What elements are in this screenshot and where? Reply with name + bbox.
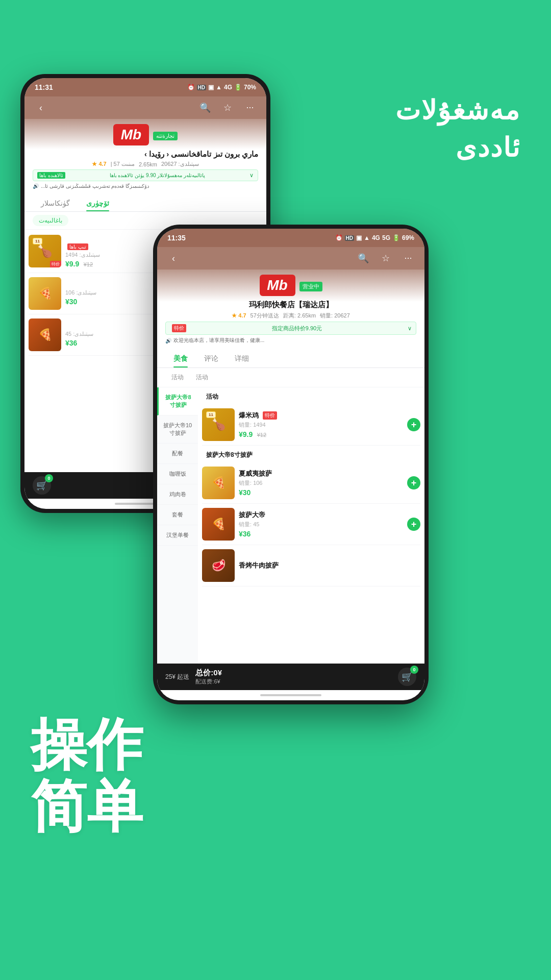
front-menu-sidebar: 披萨大帝8寸披萨 披萨大帝10寸披萨 配餐 咖喱饭 鸡肉卷 套餐 汉堡单餐 bbox=[157, 387, 198, 664]
front-5g-icon: 5G bbox=[382, 234, 390, 241]
front-sidebar-cat-3[interactable]: 配餐 bbox=[157, 444, 198, 464]
front-food-info-2: 夏威夷披萨 销量: 106 ¥30 bbox=[239, 469, 403, 497]
back-cart-badge: 0 bbox=[45, 474, 53, 482]
front-search-icon[interactable]: 🔍 bbox=[356, 253, 370, 264]
front-restaurant-meta: ★ 4.7 57分钟送达 距离: 2.65km 销量: 20627 bbox=[165, 312, 416, 320]
tagline-line1: مەشغۇلات bbox=[395, 92, 520, 129]
back-food-emoji-3: 🍕 bbox=[38, 328, 52, 341]
front-add-btn-2[interactable]: + bbox=[407, 476, 420, 489]
back-notice: 🔊 دۆكىنىمىزگا قەدەم تەشرىپ قىلشىڭىزنى قا… bbox=[33, 183, 258, 189]
network-icon: 4G bbox=[224, 84, 232, 91]
wifi-icon: ▲ bbox=[216, 84, 222, 91]
front-sidebar-cat-1[interactable]: 披萨大帝8寸披萨 bbox=[157, 387, 198, 415]
front-nav-right: 🔍 ☆ ··· bbox=[356, 253, 415, 264]
front-sub-tab-2[interactable]: 活动 bbox=[190, 371, 214, 384]
back-tabs: گۈنكاسلار ئۆچۈرى bbox=[24, 195, 266, 212]
front-add-btn-3[interactable]: + bbox=[407, 518, 420, 531]
front-cart-badge: 0 bbox=[410, 666, 418, 674]
front-number-badge-1: 11 bbox=[206, 411, 216, 418]
favorite-icon[interactable]: ☆ bbox=[220, 102, 235, 113]
front-section-title-pizza8: 披萨大帝8寸披萨 bbox=[202, 446, 420, 462]
back-tab-reviews[interactable]: گۈنكاسلار bbox=[33, 195, 78, 211]
front-collapse-icon[interactable]: ∨ bbox=[408, 325, 412, 332]
front-sidebar-cat-5[interactable]: 鸡肉卷 bbox=[157, 484, 198, 505]
back-time: 11:31 bbox=[35, 83, 53, 91]
front-menu-item-3: 🍕 披萨大帝 销量: 45 ¥36 + bbox=[202, 504, 420, 545]
back-food-badge-1: تىپ باھا bbox=[67, 243, 88, 250]
front-food-price-row-1: ¥9.9 ¥12 bbox=[239, 430, 403, 439]
back-promo-label: ئالاھىدە باھا bbox=[37, 172, 65, 179]
front-distance: 距离: 2.65km bbox=[283, 312, 316, 320]
search-icon[interactable]: 🔍 bbox=[198, 102, 212, 113]
front-phone: 11:35 ⏰ HD ▣ ▲ 4G 5G 🔋 69% ‹ 🔍 ☆ bbox=[153, 225, 429, 704]
back-nav-right: 🔍 ☆ ··· bbox=[198, 102, 257, 113]
front-favorite-icon[interactable]: ☆ bbox=[379, 253, 393, 264]
back-sales: سېتىلدى: 20627 bbox=[161, 161, 199, 167]
front-sub-tab-1[interactable]: 活动 bbox=[165, 371, 190, 384]
back-restaurant-logo: Mb bbox=[113, 124, 149, 145]
tagline-line2: ئاددى bbox=[395, 129, 520, 166]
back-restaurant-meta: ★ 4.7 | 57 مىنىت 2.65km سېتىلدى: 20627 bbox=[33, 161, 258, 167]
collapse-icon[interactable]: ∨ bbox=[249, 172, 254, 179]
back-status-bar: 11:31 ⏰ HD ▣ ▲ 4G 🔋 70% bbox=[24, 78, 266, 96]
front-food-info-1: 爆米鸡 特价 销量: 1494 ¥9.9 ¥12 bbox=[239, 411, 403, 439]
front-food-name-2: 夏威夷披萨 bbox=[239, 469, 403, 478]
front-hd-icon: HD bbox=[345, 235, 354, 241]
front-sidebar-cat-4[interactable]: 咖喱饭 bbox=[157, 464, 198, 484]
front-food-sales-3: 销量: 45 bbox=[239, 521, 403, 528]
front-food-badge-1: 特价 bbox=[263, 411, 277, 420]
front-restaurant-header: Mb 营业中 玛利郎快餐店【瑞达店】 ★ 4.7 57分钟送达 距离: 2.65… bbox=[157, 270, 424, 350]
back-food-img-2: 🍕 bbox=[29, 277, 61, 310]
back-food-orig-price-1: ¥12 bbox=[84, 261, 93, 267]
back-food-emoji-2: 🍕 bbox=[38, 287, 52, 300]
back-cart-icon-wrap[interactable]: 🛒 0 bbox=[33, 476, 51, 495]
front-sidebar-cat-2[interactable]: 披萨大帝10寸披萨 bbox=[157, 415, 198, 444]
back-tab-food[interactable]: ئۆچۈرى bbox=[78, 195, 117, 211]
front-tab-food[interactable]: 美食 bbox=[165, 350, 196, 368]
back-notice-text: دۆكىنىمىزگا قەدەم تەشرىپ قىلشىڭىزنى قارش… bbox=[41, 183, 149, 189]
front-cart-total: 总价:0¥ bbox=[195, 668, 392, 678]
front-food-orig-1: ¥12 bbox=[257, 432, 266, 438]
front-cart-min: 25¥ 起送 bbox=[165, 673, 189, 681]
front-restaurant-logo: Mb bbox=[260, 275, 295, 296]
front-menu-item-4: 🥩 香烤牛肉披萨 bbox=[202, 545, 420, 586]
more-icon[interactable]: ··· bbox=[243, 102, 257, 113]
tagline-zh-line1: 操作 bbox=[31, 714, 143, 775]
front-battery: 69% bbox=[402, 234, 414, 241]
back-nav-bar: ‹ 🔍 ☆ ··· bbox=[24, 96, 266, 119]
front-add-btn-1[interactable]: + bbox=[407, 418, 420, 431]
back-button[interactable]: ‹ bbox=[34, 103, 48, 113]
front-back-button[interactable]: ‹ bbox=[166, 253, 181, 264]
back-promo-badge-1: 特价 bbox=[50, 261, 61, 267]
front-status-icons: ⏰ HD ▣ ▲ 4G 5G 🔋 69% bbox=[335, 234, 414, 241]
notice-icon: 🔊 bbox=[33, 183, 39, 189]
back-food-price-3: ¥36 bbox=[65, 339, 77, 347]
front-food-emoji-2: 🍕 bbox=[212, 476, 226, 489]
front-food-sales-1: 销量: 1494 bbox=[239, 421, 403, 429]
front-sidebar-cat-6[interactable]: 套餐 bbox=[157, 505, 198, 525]
back-rating: ★ 4.7 bbox=[92, 161, 106, 167]
hd-icon: HD bbox=[197, 85, 206, 90]
front-food-name-3: 披萨大帝 bbox=[239, 510, 403, 520]
front-home-indicator bbox=[157, 690, 424, 700]
back-cat-main[interactable]: باغالىيەت bbox=[33, 215, 68, 226]
front-food-info-3: 披萨大帝 销量: 45 ¥36 bbox=[239, 510, 403, 538]
front-phone-screen: 11:35 ⏰ HD ▣ ▲ 4G 5G 🔋 69% ‹ 🔍 ☆ bbox=[157, 229, 424, 700]
front-food-emoji-4: 🥩 bbox=[212, 559, 226, 572]
front-tab-reviews[interactable]: 评论 bbox=[196, 350, 227, 368]
signal-icon: ▣ bbox=[208, 84, 214, 91]
front-tab-detail[interactable]: 详细 bbox=[227, 350, 257, 368]
front-more-icon[interactable]: ··· bbox=[401, 253, 415, 264]
back-promo-banner: ئالاھىدە باھا پائالىيەتلەر مەھسۇلاتلار 9… bbox=[33, 169, 258, 181]
front-cart-icon-wrap[interactable]: 🛒 0 bbox=[398, 668, 416, 686]
back-battery: 70% bbox=[244, 84, 256, 91]
front-sidebar-cat-7[interactable]: 汉堡单餐 bbox=[157, 525, 198, 546]
front-rating: ★ 4.7 bbox=[232, 312, 246, 319]
front-food-name-4: 香烤牛肉披萨 bbox=[239, 561, 420, 570]
alarm-icon: ⏰ bbox=[187, 84, 195, 91]
front-cart-delivery-fee: 配送费:6¥ bbox=[195, 678, 392, 685]
back-food-price-2: ¥30 bbox=[65, 298, 77, 306]
front-food-img-3: 🍕 bbox=[202, 508, 235, 541]
back-distance: 2.65km bbox=[139, 161, 157, 167]
battery-icon: 🔋 bbox=[234, 84, 242, 91]
